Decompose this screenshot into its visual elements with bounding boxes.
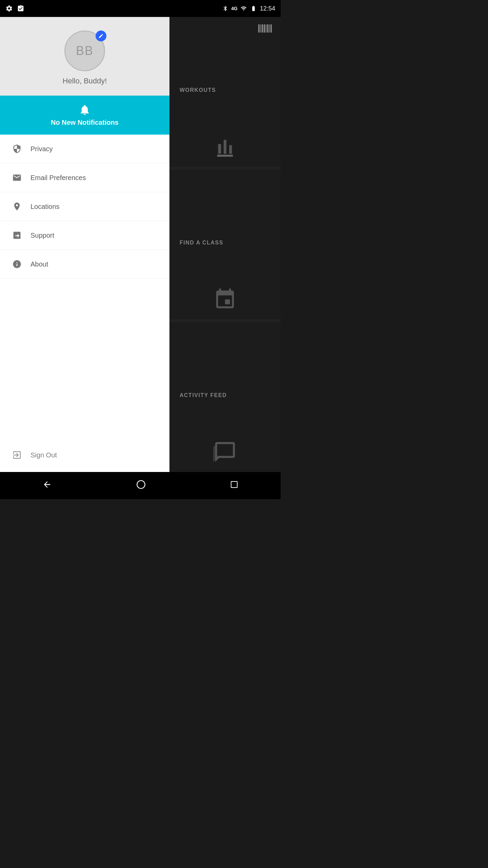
locations-label: Locations [30,203,60,211]
status-bar-right: 4G 12:54 [222,5,275,12]
notification-text: No New Notifications [51,119,119,126]
sign-out-button[interactable]: Sign Out [10,448,159,462]
email-icon [10,171,24,184]
activity-feed-card[interactable]: ACTIVITY FEED [169,322,281,472]
workouts-card[interactable]: WORKOUTS [169,17,281,167]
menu-item-locations[interactable]: Locations [0,192,169,221]
right-panel: WORKOUTS FIND A CLASS ACTIVITY FEED [169,17,281,472]
menu-item-email-preferences[interactable]: Email Preferences [0,163,169,192]
home-button[interactable] [136,480,146,492]
bell-icon [79,104,91,116]
support-label: Support [30,232,54,239]
signal-label: 4G [231,6,238,11]
status-bar: 4G 12:54 [0,0,281,17]
workouts-label: WORKOUTS [180,87,216,93]
signal-bars-icon [240,5,247,12]
menu-item-about[interactable]: About [0,250,169,279]
info-icon [10,257,24,271]
avatar-initials: BB [76,44,94,58]
sign-out-icon [10,448,24,462]
main-content: BB Hello, Buddy! No New Notifications [0,17,281,472]
settings-icon [5,5,13,12]
nav-bar [0,472,281,499]
svg-rect-2 [231,481,237,488]
profile-header: BB Hello, Buddy! [0,17,169,96]
location-icon [10,200,24,213]
external-link-icon [10,229,24,242]
sidebar: BB Hello, Buddy! No New Notifications [0,17,169,472]
avatar-container: BB [64,31,105,71]
find-a-class-label: FIND A CLASS [180,240,223,246]
email-preferences-label: Email Preferences [30,174,86,182]
find-a-class-card[interactable]: FIND A CLASS [169,170,281,319]
privacy-icon [10,142,24,156]
notification-banner[interactable]: No New Notifications [0,96,169,135]
pencil-icon [98,33,104,39]
back-button[interactable] [42,480,52,492]
chat-icon [213,440,237,465]
status-bar-left [5,5,24,12]
recent-apps-button[interactable] [230,480,238,491]
menu-list: Privacy Email Preferences Location [0,135,169,441]
menu-item-privacy[interactable]: Privacy [0,135,169,163]
clipboard-icon [17,5,24,12]
bluetooth-icon [222,5,228,12]
svg-rect-0 [217,155,233,157]
barcode-button[interactable] [258,20,274,38]
menu-item-support[interactable]: Support [0,221,169,250]
sign-out-section: Sign Out [0,441,169,472]
about-label: About [30,260,48,268]
greeting-text: Hello, Buddy! [63,77,107,85]
sign-out-label: Sign Out [30,451,57,459]
svg-point-1 [137,480,145,488]
status-time: 12:54 [260,5,275,12]
battery-icon [250,5,257,12]
edit-avatar-button[interactable] [96,31,106,41]
activity-feed-label: ACTIVITY FEED [180,392,227,398]
bar-chart-icon [213,135,237,160]
privacy-label: Privacy [30,145,53,153]
calendar-icon [213,288,237,313]
